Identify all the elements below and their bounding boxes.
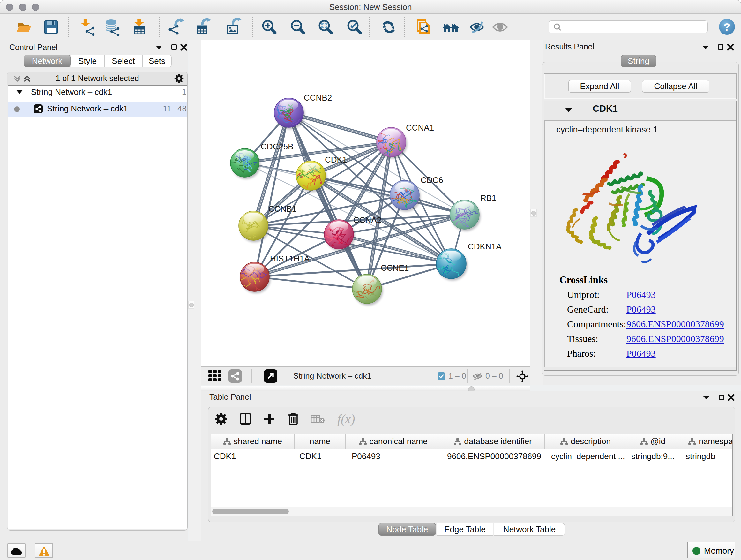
svg-text:CCNB1: CCNB1 [268, 204, 296, 213]
svg-text:CCNA1: CCNA1 [406, 123, 434, 132]
svg-text:?: ? [724, 21, 731, 33]
svg-text:CDC6: CDC6 [421, 175, 443, 185]
svg-text:CDKN1A: CDKN1A [468, 242, 502, 251]
svg-text:CCNE1: CCNE1 [381, 263, 409, 273]
svg-text:CCNA2: CCNA2 [353, 215, 381, 225]
svg-text:RB1: RB1 [480, 193, 496, 203]
svg-text:HIST1H1A: HIST1H1A [270, 254, 310, 263]
svg-text:CDK1: CDK1 [325, 155, 347, 165]
svg-text:CCNB2: CCNB2 [304, 93, 332, 103]
svg-text:CDC25B: CDC25B [261, 142, 293, 151]
